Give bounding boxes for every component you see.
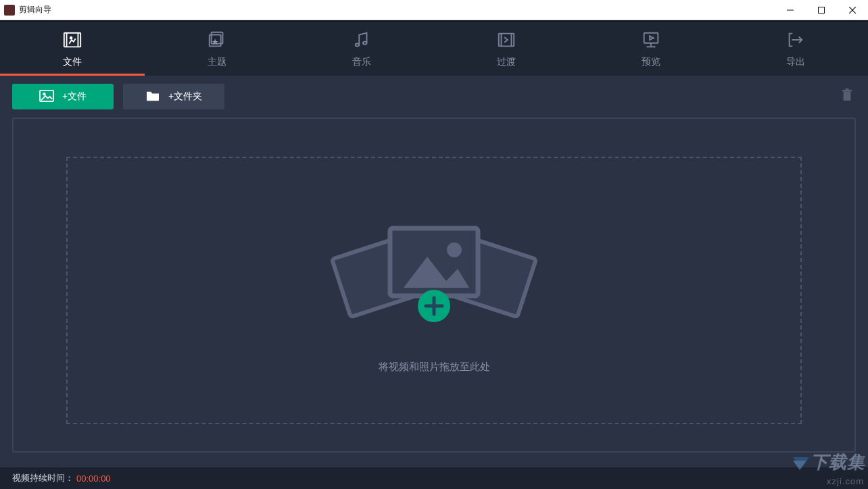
theme-icon	[206, 29, 228, 51]
svg-rect-16	[644, 33, 658, 43]
tab-transition[interactable]: 过渡	[434, 22, 579, 76]
export-icon	[785, 29, 806, 51]
svg-point-22	[43, 93, 46, 95]
button-label: +文件夹	[168, 91, 202, 103]
trash-icon	[841, 88, 853, 105]
tab-music[interactable]: 音乐	[289, 22, 434, 76]
drop-zone[interactable]: 将视频和照片拖放至此处	[66, 157, 802, 424]
delete-button[interactable]	[838, 84, 856, 109]
svg-point-7	[70, 37, 72, 39]
status-bar: 视频持续时间： 00:00:00	[0, 467, 868, 489]
transition-icon	[496, 29, 517, 51]
tab-label: 音乐	[352, 56, 371, 68]
svg-point-12	[363, 42, 367, 45]
minimize-button[interactable]	[775, 0, 806, 20]
media-panel: 将视频和照片拖放至此处	[12, 118, 856, 453]
app-icon	[4, 5, 15, 16]
svg-rect-24	[842, 90, 852, 92]
files-icon	[62, 29, 83, 51]
window-title: 剪辑向导	[19, 4, 51, 16]
title-bar: 剪辑向导	[0, 0, 868, 20]
svg-point-29	[447, 242, 462, 257]
wizard-nav: 文件 主题 音乐	[0, 20, 868, 76]
duration-label: 视频持续时间：	[12, 472, 74, 484]
close-button[interactable]	[837, 0, 868, 20]
folder-icon	[145, 90, 160, 104]
tab-label: 导出	[786, 56, 805, 68]
svg-rect-25	[845, 88, 848, 90]
svg-point-11	[356, 43, 360, 46]
svg-marker-17	[650, 36, 654, 40]
add-file-button[interactable]: +文件	[12, 84, 114, 109]
add-folder-button[interactable]: +文件夹	[123, 84, 224, 109]
drop-hint: 将视频和照片拖放至此处	[379, 361, 490, 374]
music-icon	[351, 29, 372, 51]
button-label: +文件	[62, 91, 87, 103]
tab-label: 文件	[63, 56, 82, 68]
preview-icon	[640, 29, 662, 51]
toolbar: +文件 +文件夹	[12, 84, 856, 109]
tab-export[interactable]: 导出	[723, 22, 868, 76]
drop-illustration-icon	[319, 208, 549, 343]
tab-label: 主题	[208, 56, 226, 68]
tab-preview[interactable]: 预览	[579, 22, 723, 76]
tab-label: 预览	[642, 56, 660, 68]
svg-rect-23	[844, 92, 851, 101]
tab-theme[interactable]: 主题	[145, 22, 289, 76]
duration-value: 00:00:00	[76, 473, 111, 484]
window-controls	[775, 0, 868, 20]
svg-rect-1	[819, 7, 825, 13]
tab-label: 过渡	[497, 56, 516, 68]
maximize-button[interactable]	[806, 0, 837, 20]
tab-files[interactable]: 文件	[0, 22, 145, 76]
image-icon	[39, 90, 54, 104]
